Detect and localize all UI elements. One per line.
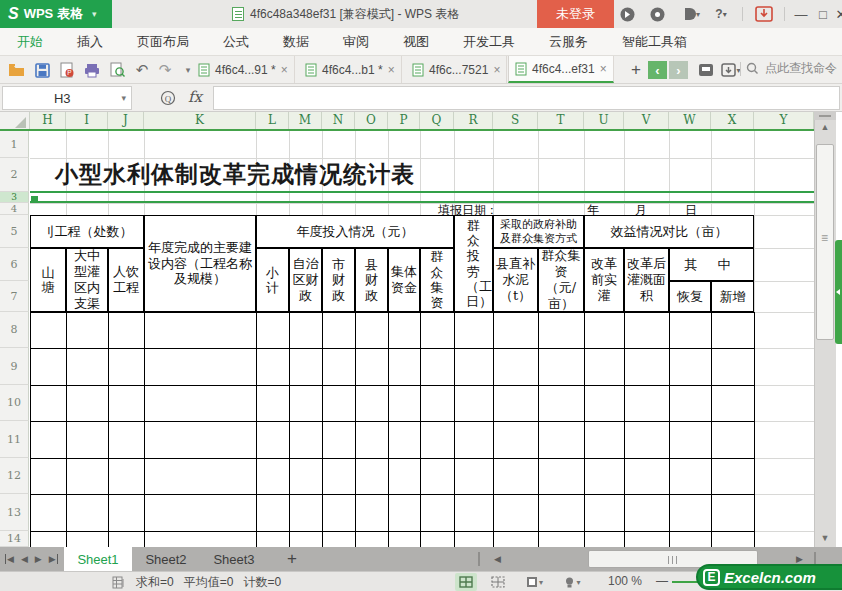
header-cell-invest[interactable]: 年度投入情况（元）: [256, 215, 454, 248]
next-sheet-icon[interactable]: ▶: [35, 554, 42, 564]
header-cell-county-fiscal[interactable]: 县财政: [355, 248, 388, 312]
open-file-icon[interactable]: [6, 60, 26, 80]
row-header-1[interactable]: 1: [0, 131, 29, 158]
close-tab-icon[interactable]: ×: [600, 62, 607, 76]
task-window-icon[interactable]: [696, 60, 716, 80]
chevron-down-icon[interactable]: ▾: [121, 93, 131, 103]
skin-theme-icon[interactable]: ▾: [678, 5, 704, 23]
close-tab-icon[interactable]: ×: [281, 63, 288, 77]
header-cell-new-added[interactable]: 新增: [711, 281, 754, 312]
menu-tab-review[interactable]: 审阅: [326, 28, 386, 56]
selection-fill-handle[interactable]: [31, 196, 38, 203]
header-cell-project-count[interactable]: 刂工程（处数）: [30, 215, 144, 248]
column-header-T[interactable]: T: [538, 112, 584, 129]
row-header-4[interactable]: 4: [0, 203, 29, 215]
header-cell-city-fiscal[interactable]: 市财政: [322, 248, 355, 312]
login-button[interactable]: 未登录: [537, 0, 614, 28]
header-cell-crowd-fund[interactable]: 群众集资: [420, 248, 454, 312]
export-pdf-icon[interactable]: P: [57, 60, 77, 80]
sheet-title-cell[interactable]: 小型水利体制改革完成情况统计表: [55, 159, 485, 190]
header-cell-county-cement[interactable]: 县直补水泥（t）: [493, 248, 538, 312]
column-header-U[interactable]: U: [584, 112, 624, 129]
menu-tab-smart-toolbox[interactable]: 智能工具箱: [605, 28, 704, 56]
menu-tab-developer[interactable]: 开发工具: [446, 28, 532, 56]
column-header-N[interactable]: N: [322, 112, 355, 129]
name-box[interactable]: H3 ▾: [2, 86, 132, 110]
first-sheet-icon[interactable]: ◀: [5, 554, 14, 564]
row-header-9[interactable]: 9: [0, 348, 29, 385]
column-header-H[interactable]: H: [30, 112, 66, 129]
header-cell-subsidy-method[interactable]: 采取的政府补助及群众集资方式: [493, 215, 584, 248]
header-cell-region-fiscal[interactable]: 自治区财政: [289, 248, 322, 312]
header-cell-subtotal[interactable]: 小计: [256, 248, 289, 312]
row-header-6[interactable]: 6: [0, 248, 29, 281]
header-cell-recover[interactable]: 恢复: [669, 281, 711, 312]
header-cell-collective-fund[interactable]: 集体资金: [388, 248, 420, 312]
row-header-14[interactable]: 14: [0, 531, 29, 547]
row-header-12[interactable]: 12: [0, 458, 29, 494]
eye-protection-icon[interactable]: ▾: [557, 573, 587, 591]
download-update-icon[interactable]: [752, 5, 776, 23]
table-data-grid[interactable]: [30, 312, 755, 547]
row-header-5[interactable]: 5: [0, 215, 29, 248]
row-header-3[interactable]: 3: [0, 192, 29, 203]
menu-tab-formulas[interactable]: 公式: [206, 28, 266, 56]
date-label-cell[interactable]: 填报日期：: [438, 202, 514, 215]
header-cell-pond[interactable]: 山塘: [30, 248, 66, 312]
menu-tab-data[interactable]: 数据: [266, 28, 326, 56]
menu-tab-home[interactable]: 开始: [0, 28, 60, 56]
column-header-Q[interactable]: Q: [420, 112, 454, 129]
zoom-out-button[interactable]: —: [656, 574, 668, 588]
header-cell-among-which[interactable]: 其 中: [669, 248, 754, 281]
sync-icon[interactable]: [618, 5, 636, 23]
header-cell-benefit-compare[interactable]: 效益情况对比（亩）: [584, 215, 754, 248]
menu-tab-cloud[interactable]: 云服务: [532, 28, 605, 56]
column-header-O[interactable]: O: [355, 112, 388, 129]
minimize-button[interactable]: —: [790, 0, 812, 28]
menu-tab-insert[interactable]: 插入: [60, 28, 120, 56]
vertical-scroll-thumb[interactable]: [816, 144, 834, 340]
row-header-7[interactable]: 7: [0, 281, 29, 312]
prev-tab-button[interactable]: ‹: [648, 61, 667, 79]
normal-view-icon[interactable]: [455, 573, 477, 591]
header-cell-mass-labor[interactable]: 群众投劳（工日）: [454, 215, 493, 312]
menu-tab-view[interactable]: 视图: [386, 28, 446, 56]
undo-icon[interactable]: ↶: [132, 60, 152, 80]
sheet-tab-sheet2[interactable]: Sheet2: [132, 547, 200, 571]
next-tab-button[interactable]: ›: [669, 61, 688, 79]
row-header-13[interactable]: 13: [0, 494, 29, 531]
header-cell-before-reform[interactable]: 改革前实灌: [584, 248, 624, 312]
header-cell-after-reform[interactable]: 改革后灌溉面积: [624, 248, 669, 312]
formula-input[interactable]: [213, 86, 840, 110]
column-header-I[interactable]: I: [66, 112, 108, 129]
file-tab-3[interactable]: 4f6c...7521 ×: [406, 56, 507, 83]
last-sheet-icon[interactable]: ▶: [49, 554, 58, 564]
menu-tab-page-layout[interactable]: 页面布局: [120, 28, 206, 56]
app-menu-button[interactable]: S WPS 表格 ▾: [0, 0, 112, 28]
new-tab-button[interactable]: +: [626, 60, 646, 80]
horizontal-split-handle[interactable]: [478, 552, 480, 566]
header-cell-canal[interactable]: 大中型灌区内支渠: [66, 248, 108, 312]
column-header-P[interactable]: P: [388, 112, 420, 129]
row-header-8[interactable]: 8: [0, 312, 29, 348]
row-header-11[interactable]: 11: [0, 421, 29, 458]
close-tab-icon[interactable]: ×: [493, 63, 500, 77]
column-header-S[interactable]: S: [493, 112, 538, 129]
fx-icon[interactable]: fx: [188, 88, 202, 106]
scroll-down-icon[interactable]: ▼: [814, 533, 836, 543]
row-header-2[interactable]: 2: [0, 158, 29, 192]
close-tab-icon[interactable]: ×: [388, 63, 395, 77]
settings-icon[interactable]: [648, 5, 666, 23]
vertical-split-handle[interactable]: [814, 112, 836, 120]
prev-sheet-icon[interactable]: ◀: [21, 554, 28, 564]
file-tab-1[interactable]: 4f6c4...91 * ×: [192, 56, 295, 83]
column-header-R[interactable]: R: [454, 112, 493, 129]
column-header-J[interactable]: J: [108, 112, 144, 129]
column-header-K[interactable]: K: [144, 112, 256, 129]
file-tab-4-active[interactable]: 4f6c4...ef31 ×: [508, 56, 614, 83]
print-preview-icon[interactable]: [107, 60, 127, 80]
side-panel-handle[interactable]: [835, 240, 842, 344]
row-header-10[interactable]: 10: [0, 385, 29, 421]
insert-function-icon[interactable]: Q: [160, 90, 176, 106]
year-cell[interactable]: 年: [578, 202, 608, 215]
